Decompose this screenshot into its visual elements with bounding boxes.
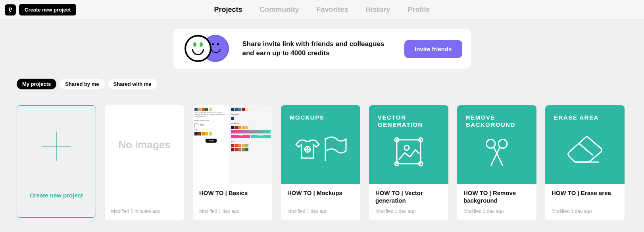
filter-shared-by-me[interactable]: Shared by me [60,79,104,89]
no-images-text: No images [118,139,171,151]
main-nav: Projects Community Favorites History Pro… [214,6,430,14]
project-title: HOW TO | Remove background [463,189,530,205]
project-modified: Modified 1 day ago [375,209,442,214]
project-thumb-remove-bg: REMOVE BACKGROUND [457,105,536,184]
project-card[interactable]: ERASE AREA HOW TO | Erase area Modified … [545,105,625,220]
project-thumb-mockups: MOCKUPS [281,105,360,184]
project-thumb-erase: ERASE AREA [545,105,625,184]
app-logo[interactable] [5,4,16,15]
scissors-icon [481,134,513,170]
project-thumb-empty: No images [105,105,184,184]
create-new-project-card[interactable]: Create new project [17,105,96,218]
projects-grid: Create new project No images Modified 2 … [0,89,644,220]
project-title: HOW TO | Mockups [287,189,354,205]
top-bar: Create new project Projects Community Fa… [0,0,644,20]
tshirt-flag-icon [293,130,348,166]
banner-illustration [182,35,234,63]
project-card[interactable]: MOCKUPS HOW TO | Mockups Modified 1 day … [281,105,360,220]
project-card[interactable]: REMOVE BACKGROUND HOW TO | Remove backgr… [457,105,536,220]
invite-friends-button[interactable]: Invite friends [404,40,462,58]
plus-icon [35,124,78,168]
vector-image-icon [391,134,427,170]
nav-profile[interactable]: Profile [408,6,430,14]
project-modified: Modified 1 day ago [552,209,618,214]
banner-text: Share invite link with friends and colle… [242,40,396,58]
project-modified: Modified 1 day ago [463,209,530,214]
nav-community[interactable]: Community [260,6,299,14]
project-filters: My projects Shared by me Shared with me [0,69,644,89]
project-title [111,189,178,205]
logo-icon [7,7,13,13]
eraser-icon [565,132,605,164]
project-modified: Modified 2 minutes ago [111,209,178,214]
thumb-label: MOCKUPS [290,114,352,121]
create-new-project-label: Create new project [30,192,83,199]
face-icon [185,35,211,62]
project-card[interactable]: No images Modified 2 minutes ago [105,105,184,220]
create-new-project-button[interactable]: Create new project [19,4,76,15]
thumb-label: ERASE AREA [554,114,616,121]
svg-point-6 [404,145,409,150]
invite-banner: Share invite link with friends and colle… [173,29,471,69]
project-title: HOW TO | Basics [199,189,266,205]
filter-shared-with-me[interactable]: Shared with me [108,79,157,89]
nav-projects[interactable]: Projects [214,6,242,14]
project-card[interactable]: VECTOR GENERATION HOW TO | Vector genera… [369,105,448,220]
project-title: HOW TO | Erase area [552,189,618,205]
thumb-label: VECTOR GENERATION [378,114,440,128]
nav-history[interactable]: History [366,6,390,14]
project-thumb-basics: urban landscape with a view of ancient b… [193,105,272,184]
thumb-label: REMOVE BACKGROUND [466,114,528,128]
project-thumb-vector: VECTOR GENERATION [369,105,448,184]
project-card[interactable]: urban landscape with a view of ancient b… [193,105,272,220]
project-modified: Modified 1 day ago [199,209,266,214]
filter-my-projects[interactable]: My projects [17,79,56,89]
nav-favorites[interactable]: Favorites [316,6,348,14]
project-modified: Modified 1 day ago [287,209,354,214]
project-title: HOW TO | Vector generation [375,189,442,205]
